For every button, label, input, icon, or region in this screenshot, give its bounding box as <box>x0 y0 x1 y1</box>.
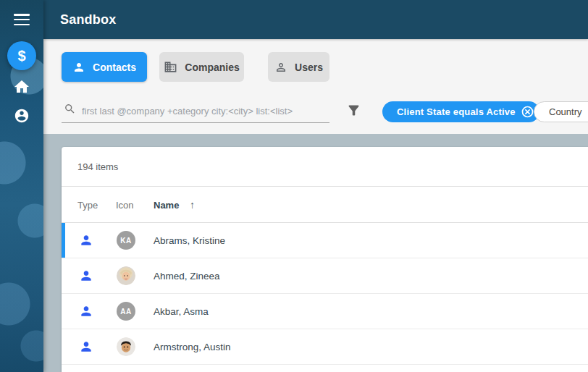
tab-contacts-label: Contacts <box>93 62 136 73</box>
contact-name: Akbar, Asma <box>154 306 209 317</box>
avatar-photo-man <box>117 337 135 356</box>
person-icon <box>72 61 85 74</box>
filter-chip-client-state[interactable]: Client State equals Active <box>382 101 539 122</box>
tab-companies[interactable]: Companies <box>159 52 244 82</box>
page-title: Sandbox <box>60 12 116 28</box>
search-input[interactable] <box>82 106 329 117</box>
table-header-row: Type Icon Name ↑ <box>62 187 588 223</box>
table-rows: KA Abrams, Kristine Ahmed, Zineea AA Akb… <box>62 223 588 365</box>
avatar-initials: AA <box>117 302 135 321</box>
person-outline-icon <box>274 61 287 74</box>
filter-chip-country[interactable]: Country ▾ <box>534 101 588 122</box>
tab-contacts[interactable]: Contacts <box>62 52 147 82</box>
contact-type-icon <box>79 304 93 318</box>
column-header-icon[interactable]: Icon <box>116 199 134 210</box>
contact-name: Abrams, Kristine <box>154 235 225 246</box>
dollar-fab-button[interactable]: $ <box>7 41 36 70</box>
app-window: $ Sandbox Contacts Companies <box>0 0 588 372</box>
table-row[interactable]: Armstrong, Austin <box>62 329 588 365</box>
avatar <box>117 337 135 356</box>
chip-remove-icon[interactable] <box>521 106 534 118</box>
top-bar: Sandbox <box>43 0 588 39</box>
contact-type-icon <box>79 269 93 283</box>
sort-ascending-icon[interactable]: ↑ <box>190 199 195 211</box>
building-icon <box>164 60 177 74</box>
filter-chip-label: Client State equals Active <box>397 106 516 117</box>
filter-panel: Contacts Companies Users Client State eq… <box>43 39 588 134</box>
tab-companies-label: Companies <box>185 62 239 73</box>
avatar: AA <box>117 302 135 321</box>
table-row[interactable]: KA Abrams, Kristine <box>62 223 588 258</box>
home-icon[interactable] <box>13 78 30 96</box>
avatar: KA <box>117 231 135 250</box>
account-circle-icon[interactable] <box>14 108 30 124</box>
avatar-photo-woman <box>117 266 135 285</box>
results-card: 194 items Type Icon Name ↑ KA Abrams, Kr… <box>62 147 588 372</box>
avatar-initials: KA <box>117 231 135 250</box>
selected-row-indicator <box>62 223 65 258</box>
tab-users[interactable]: Users <box>268 52 329 82</box>
column-header-name[interactable]: Name <box>154 199 179 210</box>
items-count-row: 194 items <box>62 147 588 187</box>
menu-icon[interactable] <box>14 14 30 26</box>
contact-name: Armstrong, Austin <box>154 342 231 352</box>
table-row[interactable]: Ahmed, Zineea <box>62 258 588 294</box>
contact-type-icon <box>79 339 93 354</box>
avatar <box>117 266 135 285</box>
sidebar: $ <box>0 0 43 372</box>
search-field <box>62 100 329 123</box>
contact-name: Ahmed, Zineea <box>154 271 220 282</box>
column-header-type[interactable]: Type <box>77 199 98 210</box>
items-count: 194 items <box>77 161 118 172</box>
contact-type-icon <box>79 233 93 248</box>
tab-users-label: Users <box>295 62 323 73</box>
country-chip-label: Country <box>549 106 582 117</box>
search-icon <box>62 103 82 119</box>
table-row[interactable]: AA Akbar, Asma <box>62 294 588 329</box>
filter-funnel-icon[interactable] <box>346 103 361 121</box>
